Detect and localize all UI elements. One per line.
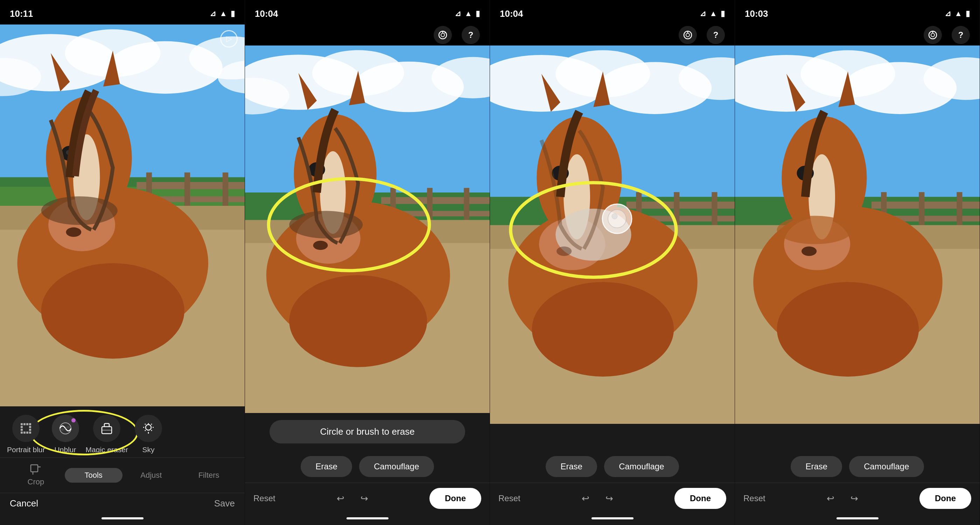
status-icons-2: ⊿ ▲ ▮ [455,9,480,18]
home-indicator-3 [592,517,633,519]
panel-2: 10:04 ⊿ ▲ ▮ ? [245,0,490,525]
panel-1: 10:11 ⊿ ▲ ▮ [0,0,245,525]
erase-button-3[interactable]: Erase [546,456,597,477]
erase-hint-2: Circle or brush to erase [269,420,465,444]
tab-filters[interactable]: Filters [180,468,238,483]
svg-point-113 [612,213,617,219]
portrait-blur-label: Portrait blur [7,445,45,454]
svg-rect-32 [21,426,23,428]
photo-area-1: ▷ [0,24,245,406]
top-action-bar-2: ? [245,24,490,46]
erase-ellipse-2 [245,46,490,413]
time-1: 10:11 [10,8,33,19]
svg-point-138 [802,247,816,256]
svg-rect-123 [872,202,980,208]
svg-point-83 [269,179,429,271]
tab-tools[interactable]: Tools [65,468,123,483]
panel-4: 10:03 ⊿ ▲ ▮ ? [735,0,980,525]
time-2: 10:04 [255,8,278,19]
tab-crop[interactable]: Crop [7,461,65,489]
bottom-nav-3: Reset ↩ ↪ Done [490,483,735,514]
svg-point-139 [777,282,919,377]
undo-button-3[interactable]: ↩ [576,489,595,508]
svg-point-27 [41,263,185,359]
wifi-icon-4: ▲ [955,9,962,18]
svg-point-25 [41,196,118,225]
svg-point-112 [608,210,626,228]
tab-adjust[interactable]: Adjust [123,468,180,483]
svg-rect-28 [21,423,23,425]
redo-button-4[interactable]: ↪ [845,489,864,508]
loop-icon-2 [438,30,448,40]
cancel-button[interactable]: Cancel [10,498,38,509]
status-bar-1: 10:11 ⊿ ▲ ▮ [0,0,245,24]
undo-button-2[interactable]: ↩ [331,489,350,508]
loop-icon-btn-2[interactable] [434,26,452,44]
status-icons-4: ⊿ ▲ ▮ [945,9,970,18]
done-button-4[interactable]: Done [920,488,971,509]
tool-sky[interactable]: Sky [131,415,166,454]
bottom-ui-4: Erase Camouflage Reset ↩ ↪ Done [735,424,980,525]
home-indicator-1 [102,517,143,519]
redo-button-3[interactable]: ↪ [600,489,619,508]
tool-unblur[interactable]: Unblur [48,415,83,454]
tool-magic-eraser[interactable]: Magic eraser [86,415,128,454]
svg-rect-36 [21,431,23,434]
loop-icon-4 [928,30,938,40]
help-icon-btn-4[interactable]: ? [951,26,970,44]
help-icon-btn-2[interactable]: ? [461,26,480,44]
bottom-ui-2: Circle or brush to erase Erase Camouflag… [245,413,490,525]
nav-icons-4: ↩ ↪ [821,489,864,508]
loop-icon-btn-4[interactable] [924,26,942,44]
magic-eraser-icon [100,422,113,435]
wifi-icon-2: ▲ [465,9,472,18]
panel-3: 10:04 ⊿ ▲ ▮ ? [490,0,735,525]
reset-button-4[interactable]: Reset [743,493,765,503]
tab-filters-label: Filters [199,471,220,480]
camouflage-button-2[interactable]: Camouflage [359,456,434,477]
done-button-3[interactable]: Done [675,488,726,509]
svg-line-58 [444,32,445,33]
tab-tools-label: Tools [84,471,102,480]
done-button-2[interactable]: Done [430,488,481,509]
status-bar-4: 10:03 ⊿ ▲ ▮ [735,0,980,24]
svg-rect-30 [26,423,29,425]
photo-area-4 [735,46,980,424]
eraser-circle [601,203,633,234]
action-btns-3: Erase Camouflage [490,450,735,483]
magic-eraser-label: Magic eraser [86,445,128,454]
battery-icon-4: ▮ [966,9,970,18]
camouflage-button-4[interactable]: Camouflage [849,456,924,477]
undo-button-4[interactable]: ↩ [821,489,840,508]
erase-button-2[interactable]: Erase [301,456,352,477]
help-icon-btn-3[interactable]: ? [706,26,725,44]
loop-icon-3 [683,30,693,40]
svg-point-56 [441,33,444,37]
top-action-bar-4: ? [735,24,980,46]
tool-portrait-blur[interactable]: Portrait blur [7,415,45,454]
redo-button-2[interactable]: ↪ [355,489,374,508]
camouflage-button-3[interactable]: Camouflage [604,456,679,477]
signal-icon-2: ⊿ [455,9,461,18]
horse-photo-1 [0,24,245,406]
unblur-dot [72,418,76,422]
sky-icon-wrap [135,415,162,442]
tab-crop-label: Crop [28,477,45,487]
play-icon[interactable]: ▷ [220,30,238,48]
erase-button-4[interactable]: Erase [791,456,842,477]
save-button[interactable]: Save [214,498,235,509]
nav-icons-3: ↩ ↪ [576,489,619,508]
reset-button-3[interactable]: Reset [498,493,520,503]
bottom-ui-3: Erase Camouflage Reset ↩ ↪ Done [490,424,735,525]
action-btns-2: Erase Camouflage [245,450,490,483]
reset-button-2[interactable]: Reset [253,493,275,503]
svg-rect-31 [29,423,31,425]
nav-icons-2: ↩ ↪ [331,489,374,508]
svg-line-48 [145,424,146,425]
status-icons-1: ⊿ ▲ ▮ [210,9,235,18]
tools-scroll: Portrait blur Unblur [0,406,245,457]
magic-eraser-icon-wrap [93,415,120,442]
loop-icon-btn-3[interactable] [679,26,697,44]
svg-rect-127 [956,192,962,230]
svg-rect-33 [29,426,31,428]
